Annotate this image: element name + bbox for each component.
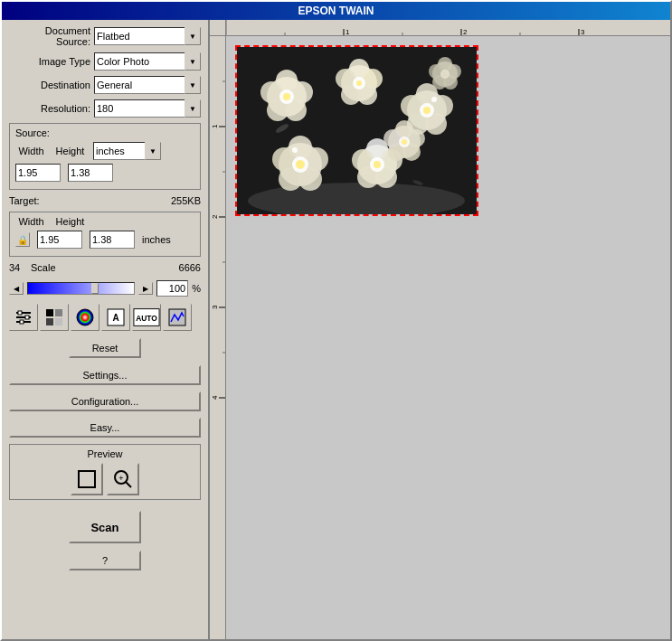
svg-point-52 [283,93,290,100]
title-bar: EPSON TWAIN [2,2,670,20]
document-source-select[interactable]: Flatbed ADF [94,27,201,45]
svg-text:A: A [112,313,118,323]
scale-value-input[interactable] [156,280,188,297]
slider-left-button[interactable]: ◀ [9,282,24,295]
resolution-row: Resolution: 72 96 150 180 300 600 ▼ [9,99,201,118]
source-width-label: Width [15,146,47,156]
svg-point-69 [431,97,437,102]
target-width-input[interactable] [37,231,82,249]
svg-point-11 [77,309,93,325]
source-width-input[interactable] [15,164,61,182]
destination-row: Destination General Screen Printer ▼ [9,76,201,94]
source-height-input[interactable] [68,164,113,182]
svg-rect-8 [46,318,53,325]
preview-section: Preview + [9,444,201,500]
svg-point-60 [356,80,362,86]
ruler-left-svg: 1 2 3 4 [210,36,226,639]
auto-tool-icon: AUTO [133,307,160,327]
preview-zoom-button[interactable]: + [107,463,139,495]
svg-point-100 [429,64,443,79]
destination-select[interactable]: General Screen Printer [94,76,201,94]
target-values-row: 🔒 inches [15,231,194,249]
svg-point-75 [272,147,296,171]
tools-row: A AUTO [9,304,201,331]
svg-text:3: 3 [581,28,585,35]
source-values-row [15,164,194,182]
target-wh-labels-row: Width Height [15,216,194,227]
svg-rect-6 [46,309,53,316]
source-section: Source: Width Height inches cm pixels ▼ [9,123,201,190]
configuration-button[interactable]: Configuration... [9,391,201,411]
resolution-label: Resolution: [9,103,90,114]
svg-point-68 [423,107,431,114]
preview-blank-button[interactable] [71,463,103,495]
destination-label: Destination [9,80,90,90]
settings-button[interactable]: Settings... [9,365,201,385]
settings-tool-button[interactable] [9,304,38,331]
scale-label: Scale [31,262,56,273]
preview-image [237,47,477,214]
svg-text:2: 2 [463,28,468,35]
scale-slider-thumb[interactable] [91,283,99,294]
color-tool-button[interactable] [71,304,99,331]
scale-unit: % [192,283,201,294]
svg-text:1: 1 [345,28,350,35]
svg-point-72 [305,147,328,171]
color-tool-icon [75,307,95,327]
svg-text:3: 3 [211,305,219,309]
scan-preview-area[interactable] [235,45,478,216]
lock-icon[interactable]: 🔒 [15,232,30,247]
svg-text:+: + [118,474,123,483]
image-type-label: Image Type [9,56,90,67]
help-button[interactable]: ? [69,551,141,570]
svg-rect-9 [55,318,62,325]
svg-rect-3 [18,311,22,315]
source-unit-select[interactable]: inches cm pixels [93,142,161,160]
custom-tool-button[interactable] [163,304,192,331]
image-adjust-tool-button[interactable]: A [101,304,130,331]
resolution-select[interactable]: 72 96 150 180 300 600 [94,99,201,118]
easy-button[interactable]: Easy... [9,418,201,438]
target-section: Width Height 🔒 inches [9,212,201,257]
svg-rect-17 [79,471,95,487]
auto-tool-button[interactable]: AUTO [132,304,161,331]
svg-point-101 [440,70,450,79]
source-unit-wrapper: inches cm pixels ▼ [93,142,161,160]
svg-point-66 [401,95,422,117]
target-size: 255KB [171,195,201,206]
svg-rect-5 [20,320,24,324]
image-type-select[interactable]: Color Photo Grayscale Black & White [94,52,201,71]
svg-text:2: 2 [211,214,219,219]
svg-point-50 [260,81,282,103]
preview-blank-icon [76,468,98,490]
target-height-input[interactable] [90,231,135,249]
resolution-select-wrapper: 72 96 150 180 300 600 ▼ [94,99,201,118]
svg-text:4: 4 [211,395,219,400]
scale-row: 34 Scale 6666 [9,262,201,273]
target-width-label: Width [15,216,47,227]
scale-max: 6666 [179,262,201,273]
slider-wrapper [27,282,135,295]
svg-text:AUTO: AUTO [136,314,157,323]
window-title: EPSON TWAIN [298,5,374,17]
preview-canvas[interactable] [226,36,670,639]
scale-slider-row: ◀ ▶ % [9,280,201,297]
scale-slider-track[interactable] [27,282,135,295]
target-header-row: Target: 255KB [9,195,201,206]
halftone-tool-button[interactable] [40,304,69,331]
preview-buttons: + [14,463,196,495]
target-label: Target: [9,195,40,206]
image-adjust-tool-icon: A [106,307,126,327]
svg-point-94 [402,139,407,145]
svg-point-86 [374,161,381,168]
reset-button[interactable]: Reset [69,338,141,358]
source-wh-row: Width Height inches cm pixels ▼ [15,142,194,160]
scan-button[interactable]: Scan [69,511,141,543]
preview-title: Preview [14,448,196,459]
settings-tool-icon [14,307,33,327]
target-unit-label: inches [142,234,171,245]
svg-line-19 [126,482,131,487]
ruler-left: 1 2 3 4 [210,36,226,639]
svg-point-84 [352,149,374,171]
slider-right-button[interactable]: ▶ [138,282,153,295]
